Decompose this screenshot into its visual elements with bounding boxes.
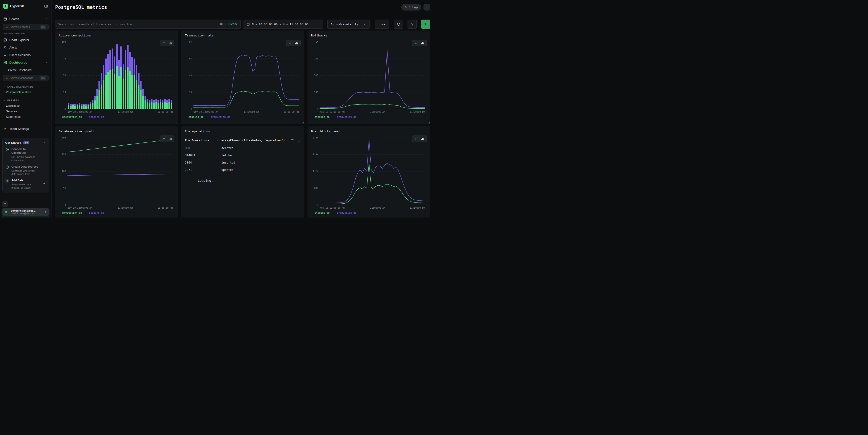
- tags-button[interactable]: 0 Tags: [401, 4, 421, 10]
- chart-transaction-rate[interactable]: 02K4K6K8KNov 10 12:00:00 AM11:00:00 AM11…: [185, 39, 301, 114]
- svg-text:1.2K: 1.2K: [313, 170, 318, 173]
- dashboard-menu-button[interactable]: ⋮: [424, 4, 430, 10]
- column-menu-icon[interactable]: ⋮: [216, 138, 219, 142]
- chart-legend: — production_db— staging_db: [59, 211, 175, 214]
- step-desc: Set up your database connection: [11, 155, 40, 162]
- chart-active-connections[interactable]: 0255075100Nov 10 12:00:00 AM11:00:00 AM1…: [59, 39, 175, 114]
- create-dashboard-button[interactable]: Create Dashboard: [0, 66, 51, 74]
- filter-button[interactable]: [408, 20, 417, 29]
- check-circle-icon: [5, 165, 9, 176]
- line-chart-icon[interactable]: [414, 137, 418, 140]
- collapse-sidebar-icon[interactable]: [44, 4, 48, 8]
- table-row: 314071fetched: [185, 152, 301, 159]
- resize-handle[interactable]: [428, 122, 430, 124]
- legend-item[interactable]: — staging_db: [86, 115, 104, 119]
- svg-text:11:00:00 AM: 11:00:00 AM: [244, 111, 259, 113]
- resize-handle[interactable]: [302, 122, 304, 124]
- legend-item[interactable]: — production_db: [59, 115, 82, 119]
- chart-legend: — production_db— staging_db: [59, 115, 175, 119]
- user-menu[interactable]: D dominic.tran@clic... dominic.tran@clic…: [2, 208, 50, 216]
- get-started-step[interactable]: Create Data Sources Configure where your…: [5, 165, 46, 176]
- dashboards-icon: [3, 61, 7, 64]
- presets-section-header[interactable]: PRESETS: [0, 98, 51, 103]
- sidebar-item-kubernetes[interactable]: Kubernetes: [0, 114, 51, 120]
- legend-item[interactable]: — production_db: [334, 115, 356, 119]
- resize-handle[interactable]: [176, 122, 177, 124]
- panel-title: Disc blocks read: [311, 130, 427, 133]
- sidebar-item-alerts[interactable]: Alerts: [0, 44, 51, 51]
- bar-chart-icon[interactable]: [168, 137, 172, 140]
- granularity-select[interactable]: Auto Granularity: [327, 20, 370, 29]
- sidebar-item-dashboards[interactable]: Dashboards: [0, 59, 51, 66]
- chevron-up-icon: [45, 61, 48, 64]
- bar-chart-icon[interactable]: [421, 41, 424, 45]
- saved-dashboards-field[interactable]: [10, 76, 38, 80]
- get-started-title: Get Started: [5, 141, 21, 144]
- column-header: arrayElement(Attributes, 'operation'): [221, 138, 290, 142]
- panel-disc-blocks-read: Disc blocks read 06001.2K1.8K2.4KNov 10 …: [308, 126, 430, 218]
- line-chart-icon[interactable]: [288, 41, 292, 45]
- line-chart-icon[interactable]: [414, 41, 418, 45]
- event-search-box: SQL | Lucene: [55, 20, 241, 29]
- legend-item[interactable]: — staging_db: [312, 115, 330, 119]
- time-range-picker[interactable]: Nov 10 00:00:00 - Nov 11 00:00:00: [243, 20, 323, 29]
- sidebar-section-search[interactable]: Search: [0, 15, 51, 23]
- chart-database-size-growth[interactable]: 05B10B15B20BNov 10 12:00:00 AM11:00:00 A…: [59, 135, 175, 210]
- download-icon[interactable]: [297, 138, 301, 142]
- bar-chart-icon[interactable]: [168, 41, 172, 45]
- help-button[interactable]: ?: [2, 201, 8, 207]
- sidebar-item-postgresql-metrics[interactable]: PostgreSQL metrics: [0, 90, 51, 95]
- sidebar-item-clickhouse[interactable]: ClickHouse: [0, 103, 51, 109]
- saved-searches-input[interactable]: ⌘K: [3, 24, 49, 30]
- shortcut-badge: ⌘K: [40, 76, 46, 80]
- saved-searches-field[interactable]: [10, 26, 38, 29]
- sidebar-item-client-sessions[interactable]: Client Sessions: [0, 51, 51, 59]
- line-chart-icon[interactable]: [162, 41, 166, 45]
- toggle-divider: |: [225, 23, 226, 26]
- line-chart-icon[interactable]: [162, 137, 166, 140]
- svg-text:15B: 15B: [62, 153, 66, 156]
- bar-chart-icon[interactable]: [421, 137, 424, 140]
- refresh-button[interactable]: [394, 20, 403, 29]
- panel-title: Database size growth: [59, 130, 175, 133]
- get-started-header[interactable]: Get Started 2/3: [5, 141, 46, 144]
- legend-item[interactable]: — production_db: [208, 115, 230, 119]
- chart-rollbacks[interactable]: 02505007501KNov 10 12:00:00 AM11:00:00 A…: [311, 39, 427, 114]
- table-header: Row Operations ⋮ arrayElement(Attributes…: [185, 138, 301, 144]
- svg-text:2K: 2K: [189, 91, 192, 94]
- search-input[interactable]: [58, 23, 217, 26]
- logo-row: HyperDX: [0, 0, 51, 11]
- search-icon: [5, 26, 8, 29]
- granularity-label: Auto Granularity: [331, 23, 358, 26]
- live-button[interactable]: Live: [375, 20, 389, 29]
- bar-chart-icon[interactable]: [295, 41, 298, 45]
- promo-teaser[interactable]: Ready to deploy on ClickHouse Cloud?: [2, 216, 50, 218]
- get-started-step[interactable]: Connect to ClickHouse Set up your databa…: [5, 147, 46, 162]
- svg-text:Nov 10 12:00:00 AM: Nov 10 12:00:00 AM: [320, 111, 344, 113]
- legend-item[interactable]: — staging_db: [312, 211, 330, 214]
- get-started-step[interactable]: 3 Add Data Start sending logs, metrics, …: [5, 178, 46, 190]
- lucene-toggle[interactable]: Lucene: [228, 23, 238, 26]
- sidebar-item-team-settings[interactable]: Team Settings: [0, 125, 51, 133]
- legend-item[interactable]: — production_db: [59, 211, 82, 214]
- svg-text:4K: 4K: [189, 74, 192, 77]
- svg-text:250: 250: [314, 91, 318, 94]
- chart-explorer-icon: [3, 38, 7, 42]
- svg-text:Nov 10 12:00:00 AM: Nov 10 12:00:00 AM: [67, 207, 92, 209]
- tags-label: 0 Tags: [409, 6, 418, 9]
- nav-label: Team Settings: [9, 127, 29, 131]
- legend-item[interactable]: — production_db: [334, 211, 356, 214]
- sidebar-item-services[interactable]: Services: [0, 109, 51, 114]
- legend-item[interactable]: — staging_db: [86, 211, 104, 214]
- brand-name: HyperDX: [10, 4, 24, 8]
- chart-disc-blocks-read[interactable]: 06001.2K1.8K2.4KNov 10 12:00:00 AM11:00:…: [311, 135, 427, 210]
- saved-dashboards-input[interactable]: ⌘K: [3, 75, 49, 81]
- saved-dashboards-section-header[interactable]: SAVED DASHBOARDS: [0, 84, 51, 90]
- svg-text:75: 75: [63, 57, 66, 60]
- legend-item[interactable]: — staging_db: [185, 115, 203, 119]
- run-query-button[interactable]: [421, 20, 430, 29]
- sql-toggle[interactable]: SQL: [219, 23, 224, 26]
- sidebar-item-chart-explorer[interactable]: Chart Explorer: [0, 36, 51, 44]
- chart-type-toggle: [412, 135, 427, 142]
- table-rows-icon[interactable]: [290, 138, 294, 142]
